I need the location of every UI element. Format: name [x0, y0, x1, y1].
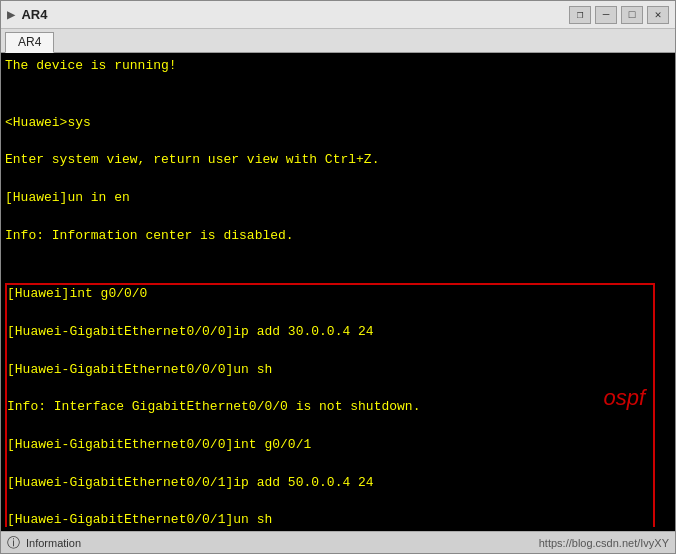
restore-button[interactable]: ❐ [569, 6, 591, 24]
app-icon: ▶ [7, 6, 15, 23]
title-bar-left: ▶ AR4 [7, 6, 47, 23]
tab-bar: AR4 [1, 29, 675, 53]
terminal-line: Enter system view, return user view with… [5, 151, 673, 170]
terminal-line: [Huawei-GigabitEthernet0/0/0]un sh [7, 361, 653, 380]
terminal-line: [Huawei-GigabitEthernet0/0/1]ip add 50.0… [7, 474, 653, 493]
status-left: ⓘ Information [7, 534, 81, 552]
terminal-line: [Huawei]int g0/0/0 [7, 285, 653, 304]
tab-ar4[interactable]: AR4 [5, 32, 54, 53]
terminal-line: Info: Interface GigabitEthernet0/0/0 is … [7, 398, 653, 417]
terminal-content[interactable]: The device is running! <Huawei>sys Enter… [5, 57, 673, 527]
window-title: AR4 [21, 7, 47, 22]
info-icon: ⓘ [7, 534, 20, 552]
close-button[interactable]: ✕ [647, 6, 669, 24]
terminal-line: [Huawei]un in en [5, 189, 673, 208]
red-box-1: [Huawei]int g0/0/0 [Huawei-GigabitEthern… [5, 283, 655, 527]
terminal-line: The device is running! [5, 57, 673, 76]
terminal-line: [Huawei-GigabitEthernet0/0/1]un sh [7, 511, 653, 527]
terminal-line: <Huawei>sys [5, 114, 673, 133]
status-info-label: Information [26, 537, 81, 549]
maximize-button[interactable]: □ [621, 6, 643, 24]
main-window: ▶ AR4 ❐ ─ □ ✕ AR4 The device is running!… [0, 0, 676, 554]
terminal-line: [Huawei-GigabitEthernet0/0/0]int g0/0/1 [7, 436, 653, 455]
status-bar: ⓘ Information https://blog.csdn.net/IvyX… [1, 531, 675, 553]
window-controls: ❐ ─ □ ✕ [569, 6, 669, 24]
title-bar: ▶ AR4 ❐ ─ □ ✕ [1, 1, 675, 29]
terminal-area: The device is running! <Huawei>sys Enter… [1, 53, 675, 531]
terminal-line: [Huawei-GigabitEthernet0/0/0]ip add 30.0… [7, 323, 653, 342]
minimize-button[interactable]: ─ [595, 6, 617, 24]
terminal-line: Info: Information center is disabled. [5, 227, 673, 246]
ospf-annotation: ospf [603, 385, 645, 411]
status-url: https://blog.csdn.net/IvyXY [539, 537, 669, 549]
